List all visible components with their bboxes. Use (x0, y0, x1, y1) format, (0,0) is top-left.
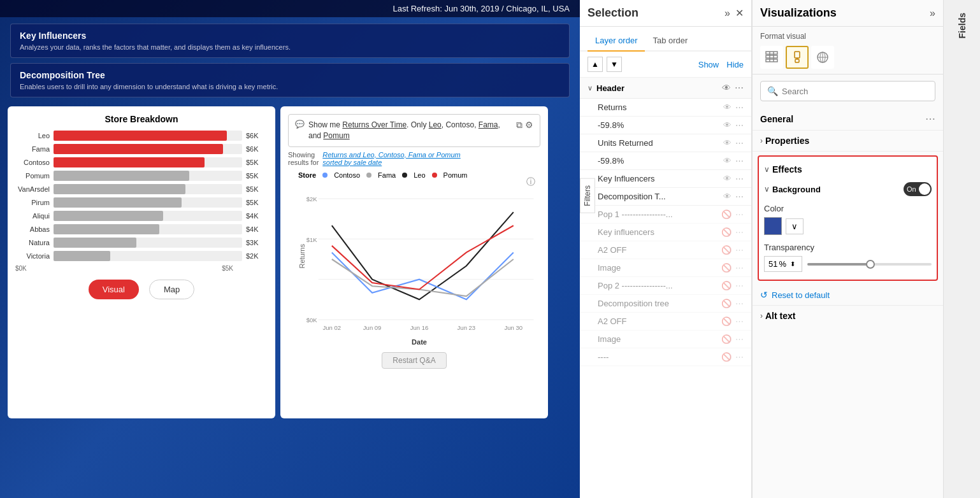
eye-icon[interactable]: 👁 (723, 174, 731, 183)
fields-label[interactable]: Fields (957, 13, 967, 38)
eye-icon[interactable]: 👁 (723, 156, 731, 166)
slider-thumb[interactable] (866, 260, 875, 269)
eye-hidden-icon[interactable]: 🚫 (721, 227, 731, 237)
move-down-button[interactable]: ▼ (607, 57, 622, 72)
more-icon[interactable]: ⋯ (735, 103, 744, 112)
more-icon[interactable]: ⋯ (735, 263, 744, 273)
visual-button[interactable]: Visual (89, 280, 139, 299)
more-icon[interactable]: ⋯ (735, 138, 744, 148)
expand-icon[interactable]: » (724, 8, 730, 19)
bar-fill (54, 224, 159, 234)
group-label: Header (596, 83, 718, 93)
background-toggle[interactable]: On (904, 182, 932, 196)
eye-hidden-icon[interactable]: 🚫 (721, 334, 731, 344)
svg-rect-12 (766, 52, 777, 54)
more-icon[interactable]: ⋯ (735, 227, 744, 237)
more-icon[interactable]: ⋯ (735, 192, 744, 201)
sel-item-more[interactable]: ---- 🚫 ⋯ (580, 348, 751, 366)
sel-item-a2-off-2[interactable]: A2 OFF 🚫 ⋯ (580, 313, 751, 331)
more-icon[interactable]: ⋯ (735, 281, 744, 290)
transparency-slider[interactable] (807, 263, 932, 266)
eye-icon[interactable]: 👁 (723, 138, 731, 148)
reset-row[interactable]: ↺ Reset to default (753, 285, 943, 305)
filters-tab[interactable]: Filters (580, 178, 595, 213)
show-button[interactable]: Show (698, 60, 719, 69)
more-icon[interactable]: ⋯ (735, 317, 744, 326)
properties-chevron: › (760, 136, 763, 145)
results-link[interactable]: Returns and Leo, Contoso, Fama or Pomums… (322, 151, 460, 166)
general-more-icon[interactable]: ⋯ (925, 113, 935, 125)
eye-icon[interactable]: 👁 (722, 83, 731, 93)
eye-icon[interactable]: 👁 (723, 120, 731, 130)
eye-hidden-icon[interactable]: 🚫 (721, 263, 731, 273)
sel-item-decomposition-t[interactable]: Decomposition T... 👁 ⋯ (580, 188, 751, 206)
eye-hidden-icon[interactable]: 🚫 (721, 317, 731, 326)
more-icon[interactable]: ⋯ (735, 120, 744, 130)
stepper-icon[interactable]: ⬍ (790, 260, 795, 267)
sel-item-a2-off-1[interactable]: A2 OFF 🚫 ⋯ (580, 241, 751, 259)
contoso-dot (322, 173, 328, 178)
settings-icon[interactable]: ⚙ (525, 120, 533, 131)
decomposition-tree-card[interactable]: Decomposition Tree Enables users to dril… (10, 63, 570, 97)
qa-input-box[interactable]: 💬 Show me Returns Over Time. Only Leo, C… (288, 114, 540, 147)
sel-item-pop2[interactable]: Pop 2 ----------------... 🚫 ⋯ (580, 277, 751, 295)
selection-group-header[interactable]: ∨ Header 👁 ⋯ (580, 78, 751, 99)
hide-button[interactable]: Hide (726, 60, 744, 69)
properties-section[interactable]: › Properties (753, 131, 943, 152)
sel-item-59-1[interactable]: -59.8% 👁 ⋯ (580, 117, 751, 134)
sel-item-key-influencers-2[interactable]: Key influencers 🚫 ⋯ (580, 224, 751, 241)
sel-item-decomposition-tree[interactable]: Decomposition tree 🚫 ⋯ (580, 295, 751, 313)
search-box[interactable]: 🔍 (760, 81, 935, 101)
eye-hidden-icon[interactable]: 🚫 (721, 352, 731, 362)
tab-layer-order[interactable]: Layer order (587, 32, 645, 52)
search-input[interactable] (782, 87, 928, 96)
restart-qa-button[interactable]: Restart Q&A (382, 352, 446, 369)
sel-item-icons: 🚫 ⋯ (721, 281, 744, 290)
general-section[interactable]: General ⋯ (753, 108, 943, 131)
format-brush-icon-btn[interactable] (786, 46, 809, 69)
svg-text:$0K: $0K (306, 317, 318, 324)
sel-item-59-2[interactable]: -59.8% 👁 ⋯ (580, 152, 751, 170)
eye-icon[interactable]: 👁 (723, 192, 731, 201)
bar-track (54, 251, 242, 261)
sel-item-image-2[interactable]: Image 🚫 ⋯ (580, 331, 751, 348)
bar-track (54, 224, 242, 234)
eye-hidden-icon[interactable]: 🚫 (721, 245, 731, 255)
eye-hidden-icon[interactable]: 🚫 (721, 281, 731, 290)
more-icon[interactable]: ⋯ (735, 299, 744, 308)
map-button[interactable]: Map (149, 280, 194, 299)
tab-tab-order[interactable]: Tab order (645, 32, 695, 52)
bar-fill (54, 131, 227, 141)
bar-label: Natura (15, 239, 50, 246)
more-icon[interactable]: ⋯ (735, 210, 744, 219)
format-analytics-icon-btn[interactable] (811, 46, 834, 69)
alt-text-section[interactable]: › Alt text (753, 305, 943, 326)
eye-icon[interactable]: 👁 (723, 103, 731, 112)
sel-item-image-1[interactable]: Image 🚫 ⋯ (580, 259, 751, 277)
more-icon[interactable]: ⋯ (735, 174, 744, 183)
key-influencers-card[interactable]: Key Influencers Analyzes your data, rank… (10, 24, 570, 58)
sel-item-returns[interactable]: Returns 👁 ⋯ (580, 99, 751, 117)
more-icon[interactable]: ⋯ (735, 156, 744, 166)
color-swatch[interactable] (764, 217, 782, 235)
panel-header-icons: » ✕ (724, 7, 744, 19)
selection-panel-header: Selection » ✕ (580, 0, 751, 27)
format-table-icon-btn[interactable] (760, 46, 783, 69)
expand-icon[interactable]: » (930, 8, 935, 19)
more-icon[interactable]: ⋯ (735, 334, 744, 344)
more-icon[interactable]: ⋯ (735, 352, 744, 362)
fields-panel[interactable]: Fields (943, 0, 980, 498)
more-icon[interactable]: ⋯ (735, 245, 744, 255)
move-up-button[interactable]: ▲ (587, 57, 603, 72)
copy-icon[interactable]: ⧉ (516, 120, 522, 131)
effects-header[interactable]: ∨ Effects (764, 162, 932, 180)
sel-item-pop1[interactable]: Pop 1 ----------------... 🚫 ⋯ (580, 206, 751, 224)
sel-item-units-returned[interactable]: Units Returned 👁 ⋯ (580, 134, 751, 152)
transparency-input[interactable]: 51 % ⬍ (764, 256, 802, 272)
eye-hidden-icon[interactable]: 🚫 (721, 299, 731, 308)
color-dropdown-button[interactable]: ∨ (786, 218, 803, 234)
sel-item-key-influencers[interactable]: Key Influencers 👁 ⋯ (580, 170, 751, 188)
close-icon[interactable]: ✕ (735, 7, 744, 19)
more-icon[interactable]: ⋯ (735, 83, 744, 93)
eye-hidden-icon[interactable]: 🚫 (721, 210, 731, 219)
